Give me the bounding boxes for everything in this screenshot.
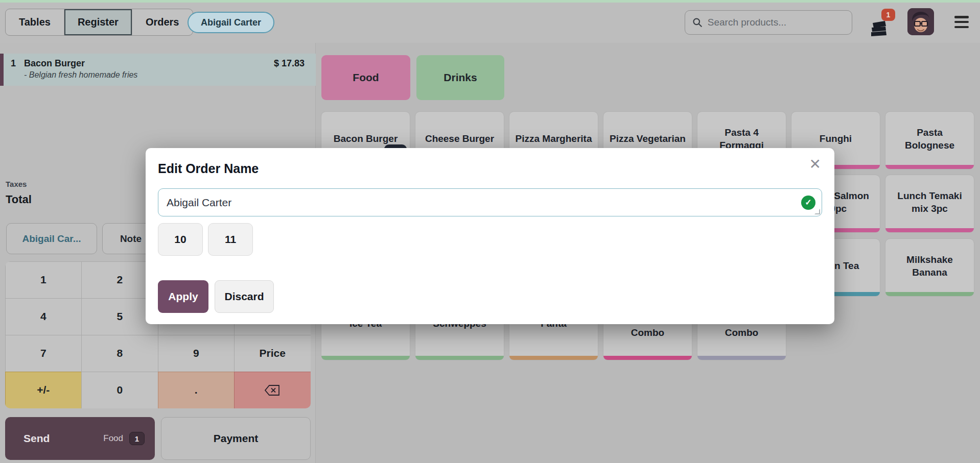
orderline-note: - Belgian fresh homemade fries	[24, 70, 137, 80]
order-status-icon[interactable]: 1	[869, 14, 892, 39]
category-color-bar	[321, 356, 410, 360]
nav-button-orders[interactable]: Orders	[132, 9, 193, 35]
payment-button[interactable]: Payment	[161, 417, 311, 460]
dialog-title: Edit Order Name	[158, 161, 259, 176]
nav-button-tables[interactable]: Tables	[6, 9, 64, 35]
order-name-input[interactable]	[158, 197, 801, 209]
category-color-bar	[885, 165, 974, 169]
orderline-price: $ 17.83	[274, 58, 305, 69]
product-name: Funghi	[820, 132, 852, 145]
category-food[interactable]: Food	[321, 55, 410, 100]
product-search	[685, 10, 852, 35]
category-color-bar	[885, 228, 974, 232]
quick-number-button-10[interactable]: 10	[158, 223, 203, 256]
category-drinks[interactable]: Drinks	[416, 55, 504, 100]
notification-badge: 1	[881, 9, 895, 21]
send-course-label: Food	[103, 433, 123, 444]
product-name: Bacon Burger	[334, 132, 398, 145]
avatar[interactable]	[907, 8, 934, 35]
product-name: Combo	[725, 326, 758, 339]
resize-grip-icon[interactable]	[814, 209, 820, 214]
category-color-bar	[697, 356, 786, 360]
product-card[interactable]: Milkshake Banana	[885, 238, 974, 297]
search-icon	[692, 17, 703, 28]
numpad-key-Price[interactable]: Price	[234, 335, 311, 372]
nav-button-register[interactable]: Register	[64, 9, 132, 35]
product-card[interactable]: Lunch Temaki mix 3pc	[885, 175, 974, 233]
product-name: Lunch Temaki mix 3pc	[891, 189, 969, 215]
product-card[interactable]: Pasta Bolognese	[885, 111, 974, 169]
category-color-bar	[885, 292, 974, 296]
category-color-bar	[415, 356, 504, 360]
close-icon[interactable]: ✕	[809, 157, 821, 172]
product-name: Pasta Bolognese	[891, 126, 969, 152]
numpad-key-1[interactable]: 1	[5, 261, 82, 299]
product-name: Combo	[631, 326, 664, 339]
product-name: Pizza Vegetarian	[610, 132, 686, 145]
total-label: Total	[6, 193, 32, 206]
header-bar: TablesRegisterOrders Abigail Carter 1	[0, 3, 980, 43]
orderline-bacon-burger[interactable]: 1 Bacon Burger - Belgian fresh homemade …	[0, 54, 316, 86]
customer-button[interactable]: Abigail Car...	[6, 223, 97, 254]
order-name-field: ✓	[158, 188, 822, 216]
product-name: Cheese Burger	[425, 132, 494, 145]
numpad-key-9[interactable]: 9	[158, 335, 235, 372]
search-input[interactable]	[708, 17, 845, 28]
view-switcher: TablesRegisterOrders	[5, 9, 193, 36]
numpad-key-[interactable]: .	[158, 372, 235, 409]
valid-check-icon: ✓	[801, 196, 815, 210]
pos-app: TablesRegisterOrders Abigail Carter 1	[0, 0, 980, 463]
taxes-label: Taxes	[6, 180, 27, 188]
category-color-bar	[603, 356, 692, 360]
orderline-qty: 1	[11, 58, 16, 69]
numpad-key-7[interactable]: 7	[5, 335, 82, 372]
backspace-icon	[265, 385, 280, 396]
quick-number-button-11[interactable]: 11	[208, 223, 253, 256]
numpad-key-8[interactable]: 8	[81, 335, 158, 372]
discard-button[interactable]: Discard	[215, 280, 274, 313]
send-course-badge: 1	[129, 432, 145, 445]
send-button[interactable]: Send Food 1	[5, 417, 155, 460]
product-name: Pizza Margherita	[516, 132, 592, 145]
numpad-key-[interactable]: +/-	[5, 372, 82, 409]
numpad-key-4[interactable]: 4	[5, 298, 82, 335]
orderline-name: Bacon Burger	[24, 58, 85, 69]
send-label: Send	[24, 432, 50, 445]
apply-button[interactable]: Apply	[158, 280, 208, 313]
category-color-bar	[509, 356, 598, 360]
numpad-key-0[interactable]: 0	[81, 372, 158, 409]
hamburger-menu-icon[interactable]	[954, 16, 969, 28]
numpad-key-backspace[interactable]	[234, 372, 311, 409]
order-name-pill[interactable]: Abigail Carter	[188, 12, 274, 33]
product-name: Milkshake Banana	[891, 253, 969, 279]
